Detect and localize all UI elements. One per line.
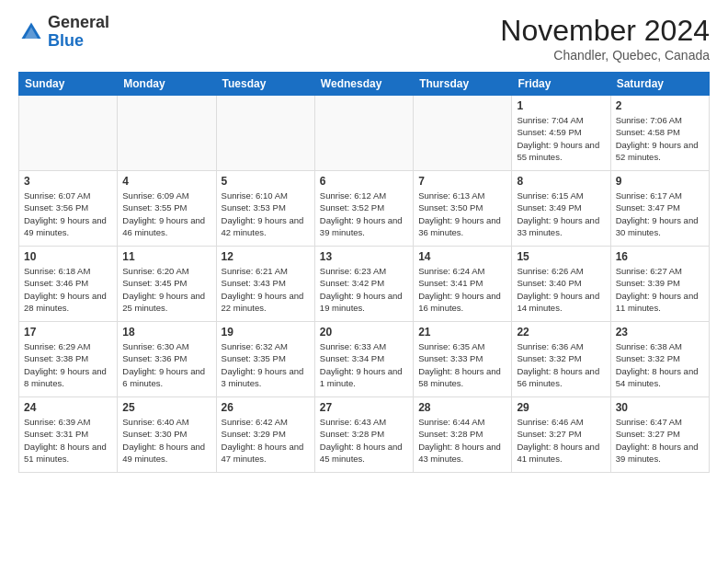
calendar-cell: 20Sunrise: 6:33 AMSunset: 3:34 PMDayligh… <box>314 322 413 397</box>
logo-text: General Blue <box>48 14 109 51</box>
day-info: Sunrise: 6:07 AMSunset: 3:56 PMDaylight:… <box>24 190 112 238</box>
day-info: Sunrise: 6:44 AMSunset: 3:28 PMDaylight:… <box>418 416 506 465</box>
day-info: Sunrise: 7:04 AMSunset: 4:59 PMDaylight:… <box>517 114 605 163</box>
day-info: Sunrise: 6:38 AMSunset: 3:32 PMDaylight:… <box>616 340 704 389</box>
calendar-cell: 17Sunrise: 6:29 AMSunset: 3:38 PMDayligh… <box>19 322 118 397</box>
day-number: 12 <box>222 250 310 263</box>
logo: General Blue <box>18 14 109 51</box>
calendar-cell: 12Sunrise: 6:21 AMSunset: 3:43 PMDayligh… <box>216 247 314 322</box>
calendar-cell: 8Sunrise: 6:15 AMSunset: 3:49 PMDaylight… <box>512 171 610 247</box>
day-of-week-sunday: Sunday <box>19 73 118 96</box>
calendar-cell: 13Sunrise: 6:23 AMSunset: 3:42 PMDayligh… <box>314 247 413 322</box>
week-row-3: 10Sunrise: 6:18 AMSunset: 3:46 PMDayligh… <box>19 247 710 322</box>
calendar-cell: 26Sunrise: 6:42 AMSunset: 3:29 PMDayligh… <box>216 397 314 473</box>
calendar-cell: 4Sunrise: 6:09 AMSunset: 3:55 PMDaylight… <box>118 171 216 247</box>
day-of-week-monday: Monday <box>118 73 216 96</box>
day-info: Sunrise: 6:15 AMSunset: 3:49 PMDaylight:… <box>517 190 605 238</box>
calendar-cell: 5Sunrise: 6:10 AMSunset: 3:53 PMDaylight… <box>216 171 314 247</box>
logo-general: General <box>48 14 109 32</box>
day-info: Sunrise: 6:43 AMSunset: 3:28 PMDaylight:… <box>320 416 408 465</box>
day-info: Sunrise: 6:46 AMSunset: 3:27 PMDaylight:… <box>517 416 605 465</box>
calendar-cell: 11Sunrise: 6:20 AMSunset: 3:45 PMDayligh… <box>118 247 216 322</box>
day-number: 16 <box>616 250 704 263</box>
calendar-cell: 19Sunrise: 6:32 AMSunset: 3:35 PMDayligh… <box>216 322 314 397</box>
day-number: 28 <box>418 401 506 414</box>
day-info: Sunrise: 6:27 AMSunset: 3:39 PMDaylight:… <box>616 265 704 314</box>
calendar-cell: 7Sunrise: 6:13 AMSunset: 3:50 PMDaylight… <box>414 171 512 247</box>
calendar-cell: 16Sunrise: 6:27 AMSunset: 3:39 PMDayligh… <box>610 247 709 322</box>
day-of-week-thursday: Thursday <box>414 73 512 96</box>
day-number: 26 <box>222 401 310 414</box>
calendar-header-row: SundayMondayTuesdayWednesdayThursdayFrid… <box>19 73 710 96</box>
calendar-cell: 25Sunrise: 6:40 AMSunset: 3:30 PMDayligh… <box>118 397 216 473</box>
day-info: Sunrise: 6:18 AMSunset: 3:46 PMDaylight:… <box>24 265 112 314</box>
day-number: 6 <box>320 175 408 188</box>
calendar-cell: 23Sunrise: 6:38 AMSunset: 3:32 PMDayligh… <box>610 322 709 397</box>
week-row-2: 3Sunrise: 6:07 AMSunset: 3:56 PMDaylight… <box>19 171 710 247</box>
calendar-cell: 2Sunrise: 7:06 AMSunset: 4:58 PMDaylight… <box>610 96 709 171</box>
day-number: 13 <box>320 250 408 263</box>
day-info: Sunrise: 6:30 AMSunset: 3:36 PMDaylight:… <box>122 340 210 389</box>
week-row-1: 1Sunrise: 7:04 AMSunset: 4:59 PMDaylight… <box>19 96 710 171</box>
day-number: 29 <box>517 401 605 414</box>
location: Chandler, Quebec, Canada <box>500 48 710 63</box>
calendar-cell: 28Sunrise: 6:44 AMSunset: 3:28 PMDayligh… <box>414 397 512 473</box>
day-info: Sunrise: 6:47 AMSunset: 3:27 PMDaylight:… <box>616 416 704 465</box>
day-number: 10 <box>24 250 112 263</box>
calendar-cell: 3Sunrise: 6:07 AMSunset: 3:56 PMDaylight… <box>19 171 118 247</box>
calendar-cell <box>314 96 413 171</box>
day-of-week-saturday: Saturday <box>610 73 709 96</box>
day-number: 2 <box>616 99 704 112</box>
day-info: Sunrise: 6:33 AMSunset: 3:34 PMDaylight:… <box>320 340 408 389</box>
day-number: 5 <box>222 175 310 188</box>
calendar-cell: 10Sunrise: 6:18 AMSunset: 3:46 PMDayligh… <box>19 247 118 322</box>
week-row-4: 17Sunrise: 6:29 AMSunset: 3:38 PMDayligh… <box>19 322 710 397</box>
month-title: November 2024 <box>500 14 710 48</box>
calendar-cell: 30Sunrise: 6:47 AMSunset: 3:27 PMDayligh… <box>610 397 709 473</box>
calendar-cell: 24Sunrise: 6:39 AMSunset: 3:31 PMDayligh… <box>19 397 118 473</box>
day-of-week-wednesday: Wednesday <box>314 73 413 96</box>
header: General Blue November 2024 Chandler, Que… <box>18 14 710 63</box>
day-of-week-friday: Friday <box>512 73 610 96</box>
day-info: Sunrise: 6:10 AMSunset: 3:53 PMDaylight:… <box>222 190 310 238</box>
day-number: 17 <box>24 326 112 339</box>
day-number: 9 <box>616 175 704 188</box>
day-number: 7 <box>418 175 506 188</box>
day-number: 20 <box>320 326 408 339</box>
day-info: Sunrise: 6:29 AMSunset: 3:38 PMDaylight:… <box>24 340 112 389</box>
calendar-cell: 6Sunrise: 6:12 AMSunset: 3:52 PMDaylight… <box>314 171 413 247</box>
logo-icon <box>18 19 44 45</box>
day-number: 1 <box>517 99 605 112</box>
calendar-cell: 18Sunrise: 6:30 AMSunset: 3:36 PMDayligh… <box>118 322 216 397</box>
calendar-cell: 21Sunrise: 6:35 AMSunset: 3:33 PMDayligh… <box>414 322 512 397</box>
calendar-cell <box>216 96 314 171</box>
calendar-cell: 27Sunrise: 6:43 AMSunset: 3:28 PMDayligh… <box>314 397 413 473</box>
day-number: 11 <box>122 250 210 263</box>
calendar-cell <box>414 96 512 171</box>
day-number: 4 <box>122 175 210 188</box>
day-info: Sunrise: 6:35 AMSunset: 3:33 PMDaylight:… <box>418 340 506 389</box>
day-number: 25 <box>122 401 210 414</box>
calendar: SundayMondayTuesdayWednesdayThursdayFrid… <box>18 72 710 473</box>
day-number: 22 <box>517 326 605 339</box>
calendar-cell: 1Sunrise: 7:04 AMSunset: 4:59 PMDaylight… <box>512 96 610 171</box>
calendar-cell: 29Sunrise: 6:46 AMSunset: 3:27 PMDayligh… <box>512 397 610 473</box>
day-of-week-tuesday: Tuesday <box>216 73 314 96</box>
day-number: 23 <box>616 326 704 339</box>
day-info: Sunrise: 6:12 AMSunset: 3:52 PMDaylight:… <box>320 190 408 238</box>
day-number: 3 <box>24 175 112 188</box>
day-number: 19 <box>222 326 310 339</box>
day-info: Sunrise: 6:39 AMSunset: 3:31 PMDaylight:… <box>24 416 112 465</box>
day-number: 15 <box>517 250 605 263</box>
day-info: Sunrise: 6:13 AMSunset: 3:50 PMDaylight:… <box>418 190 506 238</box>
calendar-cell: 22Sunrise: 6:36 AMSunset: 3:32 PMDayligh… <box>512 322 610 397</box>
day-number: 30 <box>616 401 704 414</box>
day-info: Sunrise: 6:26 AMSunset: 3:40 PMDaylight:… <box>517 265 605 314</box>
calendar-cell: 15Sunrise: 6:26 AMSunset: 3:40 PMDayligh… <box>512 247 610 322</box>
logo-blue: Blue <box>48 32 109 51</box>
day-number: 24 <box>24 401 112 414</box>
day-info: Sunrise: 6:24 AMSunset: 3:41 PMDaylight:… <box>418 265 506 314</box>
calendar-cell <box>19 96 118 171</box>
day-info: Sunrise: 6:17 AMSunset: 3:47 PMDaylight:… <box>616 190 704 238</box>
day-info: Sunrise: 7:06 AMSunset: 4:58 PMDaylight:… <box>616 114 704 163</box>
